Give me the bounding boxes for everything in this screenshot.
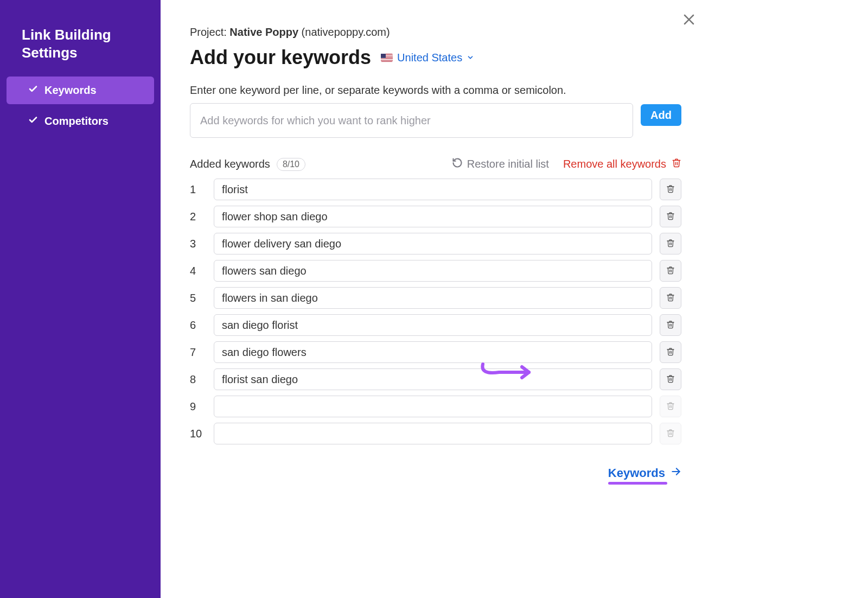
next-label: Keywords <box>608 466 665 480</box>
sidebar-item-keywords[interactable]: Keywords <box>7 77 154 104</box>
row-number: 5 <box>190 292 206 304</box>
row-number: 2 <box>190 211 206 223</box>
keyword-row: 3 <box>190 233 681 255</box>
chevron-down-icon <box>467 52 474 64</box>
page-title: Add your keywords <box>190 46 371 69</box>
keyword-list: 1 2 3 4 <box>190 179 681 444</box>
keyword-row: 1 <box>190 179 681 200</box>
keyword-row: 8 <box>190 368 681 390</box>
sidebar-item-competitors[interactable]: Competitors <box>7 107 154 135</box>
keyword-row: 10 <box>190 423 681 444</box>
keyword-row-input[interactable] <box>214 206 652 227</box>
delete-keyword-button[interactable] <box>660 179 681 200</box>
row-number: 6 <box>190 319 206 332</box>
remove-all-label: Remove all keywords <box>563 158 666 170</box>
sidebar-item-label: Competitors <box>44 115 108 128</box>
delete-keyword-button[interactable] <box>660 314 681 336</box>
keyword-row: 9 <box>190 396 681 417</box>
project-prefix: Project: <box>190 26 229 38</box>
delete-keyword-button[interactable] <box>660 260 681 282</box>
arrow-right-icon <box>671 466 681 480</box>
check-icon <box>28 115 38 128</box>
keyword-row-input[interactable] <box>214 233 652 255</box>
next-keywords-button[interactable]: Keywords <box>608 466 681 480</box>
keyword-row: 7 <box>190 341 681 363</box>
keyword-row-input[interactable] <box>214 179 652 200</box>
row-number: 10 <box>190 428 206 440</box>
keyword-row: 4 <box>190 260 681 282</box>
row-number: 4 <box>190 265 206 277</box>
row-number: 1 <box>190 183 206 196</box>
trash-icon <box>666 347 675 358</box>
trash-icon <box>666 374 675 385</box>
delete-keyword-button[interactable] <box>660 287 681 309</box>
project-domain: (nativepoppy.com) <box>298 26 390 38</box>
trash-icon <box>666 428 675 440</box>
project-line: Project: Native Poppy (nativepoppy.com) <box>190 26 681 39</box>
check-icon <box>28 84 38 97</box>
delete-keyword-button <box>660 396 681 417</box>
restore-label: Restore initial list <box>467 158 549 170</box>
row-number: 8 <box>190 373 206 386</box>
row-number: 7 <box>190 346 206 359</box>
row-number: 9 <box>190 400 206 413</box>
country-label: United States <box>397 52 462 64</box>
trash-icon <box>666 211 675 222</box>
added-keywords-label: Added keywords <box>190 158 270 170</box>
delete-keyword-button[interactable] <box>660 368 681 390</box>
trash-icon <box>672 157 681 171</box>
trash-icon <box>666 184 675 195</box>
restore-initial-list[interactable]: Restore initial list <box>452 157 549 171</box>
remove-all-keywords[interactable]: Remove all keywords <box>563 157 681 171</box>
sidebar: Link Building Settings Keywords Competit… <box>0 0 161 598</box>
restore-icon <box>452 157 463 171</box>
delete-keyword-button[interactable] <box>660 233 681 255</box>
close-button[interactable] <box>679 10 699 31</box>
delete-keyword-button <box>660 423 681 444</box>
trash-icon <box>666 401 675 412</box>
delete-keyword-button[interactable] <box>660 341 681 363</box>
keyword-row: 5 <box>190 287 681 309</box>
keyword-row-input[interactable] <box>214 396 652 417</box>
keyword-row-input[interactable] <box>214 423 652 444</box>
add-button[interactable]: Add <box>641 104 681 126</box>
country-selector[interactable]: United States <box>381 52 474 64</box>
keyword-row-input[interactable] <box>214 368 652 390</box>
keyword-row-input[interactable] <box>214 260 652 282</box>
trash-icon <box>666 238 675 250</box>
keyword-row-input[interactable] <box>214 287 652 309</box>
trash-icon <box>666 320 675 331</box>
main: Project: Native Poppy (nativepoppy.com) … <box>161 0 711 494</box>
project-name: Native Poppy <box>229 26 298 38</box>
help-text: Enter one keyword per line, or separate … <box>190 84 681 97</box>
row-number: 3 <box>190 238 206 250</box>
keyword-row: 2 <box>190 206 681 227</box>
annotation-underline <box>608 482 667 485</box>
us-flag-icon <box>381 54 393 62</box>
sidebar-item-label: Keywords <box>44 84 97 97</box>
trash-icon <box>666 265 675 277</box>
keyword-row-input[interactable] <box>214 341 652 363</box>
keyword-row: 6 <box>190 314 681 336</box>
trash-icon <box>666 292 675 304</box>
keyword-count: 8/10 <box>277 158 305 171</box>
keyword-input[interactable] <box>190 103 633 138</box>
keyword-row-input[interactable] <box>214 314 652 336</box>
delete-keyword-button[interactable] <box>660 206 681 227</box>
close-icon <box>682 20 695 28</box>
sidebar-title: Link Building Settings <box>0 26 161 77</box>
